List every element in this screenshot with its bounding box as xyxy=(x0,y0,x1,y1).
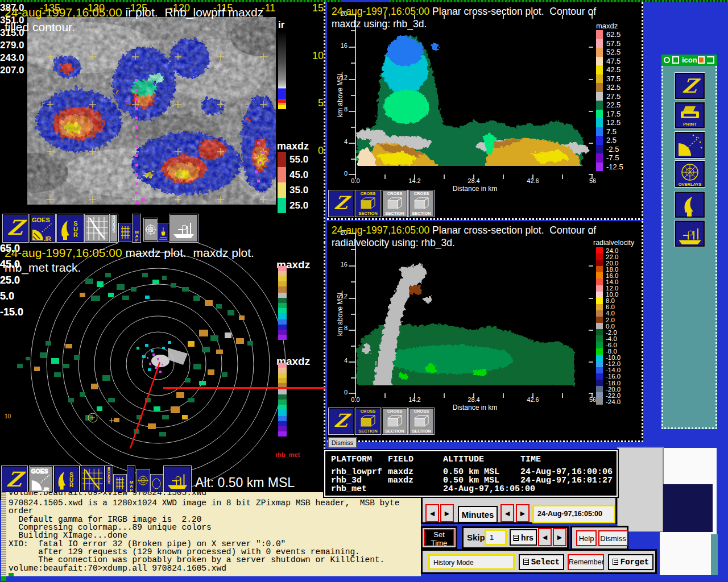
satellite-button[interactable] xyxy=(675,132,705,158)
radar-dish-icon xyxy=(57,216,72,241)
ship-button[interactable] xyxy=(675,221,705,247)
partial-window-navy xyxy=(663,484,714,532)
hrs-menu-button[interactable]: hrs xyxy=(510,529,537,546)
x-tick-label: 28.4 xyxy=(461,396,486,403)
radar-echoes xyxy=(17,273,253,436)
y-tick-label: 0 xyxy=(344,389,348,396)
platform-info-box: PLATFORMFIELDALTITUDETIME #platform-box … xyxy=(324,450,618,497)
surveillance-radar-button[interactable]: SUR xyxy=(54,466,79,492)
colorbar-entry: -20.0 xyxy=(596,386,621,392)
window-dot-icon[interactable] xyxy=(698,56,705,64)
colorbar-entry: -2.5 xyxy=(596,145,623,154)
cross-section-button[interactable]: CROSS SECTION xyxy=(409,190,434,217)
terminal-line: Building XImage...done xyxy=(9,531,399,539)
marker-plus xyxy=(90,415,114,423)
select-menu-button[interactable]: Select xyxy=(519,554,564,570)
subgrid-button[interactable] xyxy=(119,223,132,242)
radar-ppi-display[interactable] xyxy=(0,243,325,500)
zeb-menu-button[interactable]: Z xyxy=(2,466,27,492)
range-label: 10 xyxy=(5,413,11,419)
terminal-scrollbar[interactable] xyxy=(1,492,6,576)
colorbar-label: 207.0 xyxy=(0,65,24,76)
cross-section-radialvelocity-plot[interactable] xyxy=(327,221,594,409)
svg-text:GOES: GOES xyxy=(32,217,50,223)
bounds-button[interactable]: BOUNDS xyxy=(105,466,113,492)
window-menu-circle-icon[interactable] xyxy=(664,57,670,63)
y-tick-label: 0 xyxy=(344,170,348,177)
map-button[interactable]: MAP xyxy=(133,214,140,242)
step-back-button[interactable]: ◀ xyxy=(425,504,439,522)
cross-section-dismiss-button[interactable]: Dismiss xyxy=(328,437,357,448)
xs-radial-title-line2: radialvelocity using: rhb_3d. xyxy=(332,237,455,249)
set-time-button[interactable]: Set Time xyxy=(424,529,454,546)
y-tick-label: 0 xyxy=(318,145,324,157)
window-titlebar[interactable]: icon xyxy=(661,55,717,66)
partial-scrollbar-teal[interactable] xyxy=(711,534,718,575)
zeb-menu-button[interactable]: Z xyxy=(3,214,28,242)
goes-ir-button[interactable]: GOES .IR xyxy=(30,466,53,492)
maxdz-colorbar-title: maxdz xyxy=(277,140,309,152)
cross-section-maxdz-plot[interactable] xyxy=(327,2,594,190)
overlays-button[interactable]: OVERLAYS xyxy=(675,161,705,187)
grid-icon xyxy=(119,224,131,241)
track-grid-button[interactable] xyxy=(80,466,104,492)
colorbar-entry: -24.0 xyxy=(596,398,621,405)
satellite-ir-image[interactable] xyxy=(27,17,276,205)
cross-section-button[interactable]: CROSS SECTION xyxy=(382,190,407,217)
colorbar-entry: -12.5 xyxy=(596,163,623,172)
minutes-forward-button[interactable]: ▶ xyxy=(516,504,530,522)
ir-colorbar-title: ir xyxy=(278,19,284,31)
overlay-rings-button[interactable] xyxy=(136,469,150,492)
minutes-button[interactable]: Minutes xyxy=(458,506,498,523)
map-button[interactable]: MAP xyxy=(127,466,135,492)
cross-section-button[interactable]: CROSS SECTION xyxy=(409,408,434,434)
set-time-box: Set Time xyxy=(421,526,457,549)
maxdz-colorbar: 55.045.035.025.0 xyxy=(278,152,308,213)
cross-section-button[interactable]: CROSS SECTION xyxy=(382,408,407,434)
ship-display-button[interactable] xyxy=(164,466,191,492)
x-tick-label: 42.6 xyxy=(520,396,545,403)
skip-forward-button[interactable]: ▶ xyxy=(553,528,566,546)
zeb-menu-button[interactable]: Z xyxy=(329,190,354,217)
buoy-button[interactable] xyxy=(158,223,169,242)
bounds-button[interactable]: BOUNDS xyxy=(110,214,118,242)
colorbar-entry: 22.0 xyxy=(596,253,621,260)
track-platform-label: rhb_met xyxy=(275,451,300,458)
help-button[interactable]: Help xyxy=(576,530,597,546)
skip-value-field[interactable]: 1 xyxy=(485,529,507,546)
window-iconify-icon[interactable] xyxy=(672,56,679,64)
colorbar-entry: 45.0 xyxy=(278,167,308,182)
radar-panel-title-line2: rhb_met track. xyxy=(5,261,81,275)
ship-icon xyxy=(164,467,191,492)
colorbar-entry: 0.0 xyxy=(596,323,621,329)
ellipse-overlay-button[interactable] xyxy=(151,475,163,492)
zeb-menu-button[interactable]: Z xyxy=(329,408,354,434)
forget-menu-button[interactable]: Forget xyxy=(608,554,653,570)
printer-icon xyxy=(676,105,704,122)
overlay-rings-button[interactable] xyxy=(144,218,158,241)
remember-button[interactable]: Remember xyxy=(568,554,604,570)
print-button[interactable]: PRINT xyxy=(675,102,705,128)
dismiss-button[interactable]: Dismiss xyxy=(598,530,628,546)
window-maximize-icon[interactable] xyxy=(707,56,714,64)
surveillance-radar-button[interactable]: SUR xyxy=(57,214,84,242)
history-mode-field[interactable]: History Mode xyxy=(428,554,515,570)
minutes-back-button[interactable]: ◀ xyxy=(500,504,514,522)
x-tick-label: 14.2 xyxy=(402,177,427,184)
goes-ir-button[interactable]: GOES .IR xyxy=(30,214,55,242)
step-forward-button[interactable]: ▶ xyxy=(440,504,454,522)
cross-section-button-active[interactable]: CROSS SECTION xyxy=(355,408,380,434)
track-grid-icon xyxy=(85,215,109,242)
range-rings-icon xyxy=(137,470,149,491)
subgrid-button[interactable] xyxy=(114,475,126,492)
ship-display-button[interactable] xyxy=(169,214,198,242)
track-grid-button[interactable] xyxy=(85,214,109,242)
altitude-readout: Alt: 0.50 km MSL xyxy=(195,475,295,490)
time-input-field[interactable]: 24-Aug-97,16:05:00 xyxy=(532,505,615,523)
skip-back-button[interactable]: ◀ xyxy=(538,528,552,546)
column-header: PLATFORM xyxy=(331,455,372,464)
y-tick-label: 16 xyxy=(341,261,348,268)
radar-button[interactable] xyxy=(675,192,705,218)
cross-section-button-active[interactable]: CROSS SECTION xyxy=(355,190,380,217)
zeb-main-button[interactable]: Z xyxy=(675,73,705,99)
